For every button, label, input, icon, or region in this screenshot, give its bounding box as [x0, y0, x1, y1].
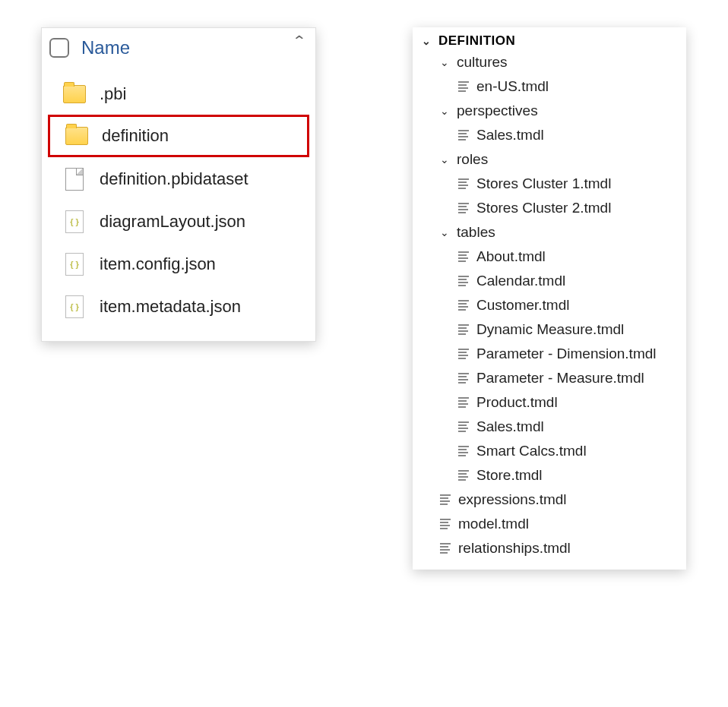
file-lines-icon [458, 446, 469, 456]
file-lines-icon [458, 130, 469, 140]
file-item-definition-pbidataset[interactable]: definition.pbidataset [48, 159, 309, 200]
tree-folder-perspectives[interactable]: ⌄perspectives [416, 99, 683, 123]
tree-item-label: Smart Calcs.tmdl [476, 443, 587, 459]
file-name-label: .pbi [100, 84, 126, 104]
file-lines-icon [458, 421, 469, 432]
tree-file-About.tmdl[interactable]: About.tmdl [416, 245, 683, 269]
file-name-label: definition.pbidataset [100, 169, 248, 189]
definition-tree-panel: ⌄ DEFINITION ⌄culturesen-US.tmdl⌄perspec… [413, 27, 686, 570]
json-file-icon: { } [65, 253, 84, 276]
tree-body: ⌄culturesen-US.tmdl⌄perspectivesSales.tm… [416, 50, 683, 560]
tree-file-Parameter - Dimension.tmdl[interactable]: Parameter - Dimension.tmdl [416, 342, 683, 366]
file-lines-icon [458, 324, 469, 335]
file-lines-icon [458, 276, 469, 286]
json-file-icon: { } [65, 210, 84, 233]
chevron-down-icon: ⌄ [440, 56, 452, 68]
tree-item-label: Calendar.tmdl [476, 273, 565, 289]
tree-item-label: Customer.tmdl [476, 297, 569, 314]
tree-item-label: Stores Cluster 2.tmdl [476, 200, 611, 216]
folder-icon [63, 85, 86, 103]
tree-item-label: roles [457, 151, 488, 168]
json-file-icon: { } [65, 295, 84, 318]
tree-file-Product.tmdl[interactable]: Product.tmdl [416, 390, 683, 415]
file-lines-icon [458, 397, 469, 408]
file-item-item-metadata-json[interactable]: { }item.metadata.json [48, 286, 309, 327]
chevron-down-icon: ⌄ [440, 153, 452, 166]
file-name-label: item.config.json [100, 254, 216, 274]
tree-item-label: About.tmdl [476, 248, 546, 265]
file-item-item-config-json[interactable]: { }item.config.json [48, 244, 309, 285]
file-list: .pbidefinitiondefinition.pbidataset{ }di… [42, 68, 315, 341]
tree-file-Parameter - Measure.tmdl[interactable]: Parameter - Measure.tmdl [416, 366, 683, 390]
tree-item-label: Parameter - Dimension.tmdl [476, 346, 657, 362]
file-name-label: item.metadata.json [100, 297, 241, 317]
tree-file-model.tmdl[interactable]: model.tmdl [416, 512, 683, 536]
file-lines-icon [440, 519, 451, 529]
folder-icon [65, 127, 88, 145]
file-lines-icon [458, 373, 469, 383]
tree-folder-tables[interactable]: ⌄tables [416, 220, 683, 245]
tree-file-Calendar.tmdl[interactable]: Calendar.tmdl [416, 269, 683, 293]
tree-item-label: Store.tmdl [476, 467, 543, 484]
chevron-down-icon: ⌄ [440, 226, 452, 238]
select-all-checkbox[interactable] [49, 38, 69, 58]
file-item-diagramLayout-json[interactable]: { }diagramLayout.json [48, 201, 309, 242]
tree-item-label: Dynamic Measure.tmdl [476, 321, 624, 338]
tree-item-label: perspectives [457, 103, 538, 119]
file-lines-icon [458, 178, 469, 189]
file-name-label: diagramLayout.json [100, 212, 245, 232]
file-lines-icon [458, 349, 469, 359]
tree-item-label: en-US.tmdl [476, 78, 549, 95]
file-item--pbi[interactable]: .pbi [48, 75, 309, 113]
file-lines-icon [458, 470, 469, 481]
tree-item-label: relationships.tmdl [458, 540, 571, 557]
tree-item-label: cultures [457, 54, 508, 71]
file-lines-icon [458, 251, 469, 262]
chevron-down-icon: ⌄ [440, 105, 452, 117]
tree-file-Stores Cluster 1.tmdl[interactable]: Stores Cluster 1.tmdl [416, 172, 683, 196]
tree-file-Stores Cluster 2.tmdl[interactable]: Stores Cluster 2.tmdl [416, 196, 683, 220]
tree-file-en-US.tmdl[interactable]: en-US.tmdl [416, 74, 683, 99]
file-lines-icon [458, 203, 469, 213]
tree-file-Sales.tmdl[interactable]: Sales.tmdl [416, 123, 683, 147]
file-item-definition[interactable]: definition [48, 115, 309, 157]
tree-item-label: Sales.tmdl [476, 127, 544, 144]
tree-item-label: tables [457, 224, 495, 241]
tree-item-label: model.tmdl [458, 516, 529, 532]
tree-item-label: Product.tmdl [476, 394, 558, 411]
tree-file-Sales.tmdl[interactable]: Sales.tmdl [416, 415, 683, 439]
chevron-up-icon[interactable]: ⌃ [292, 33, 307, 49]
tree-file-relationships.tmdl[interactable]: relationships.tmdl [416, 536, 683, 560]
tree-folder-cultures[interactable]: ⌄cultures [416, 50, 683, 74]
tree-item-label: Stores Cluster 1.tmdl [476, 175, 611, 192]
tree-file-Dynamic Measure.tmdl[interactable]: Dynamic Measure.tmdl [416, 317, 683, 342]
tree-item-label: Sales.tmdl [476, 418, 544, 435]
tree-file-Smart Calcs.tmdl[interactable]: Smart Calcs.tmdl [416, 439, 683, 463]
column-header-row: Name ⌃ [42, 28, 315, 68]
tree-item-label: expressions.tmdl [458, 491, 567, 508]
tree-file-expressions.tmdl[interactable]: expressions.tmdl [416, 488, 683, 512]
file-lines-icon [440, 494, 451, 505]
tree-root-label: DEFINITION [438, 33, 515, 49]
file-lines-icon [458, 300, 469, 311]
tree-file-Customer.tmdl[interactable]: Customer.tmdl [416, 293, 683, 317]
tree-folder-roles[interactable]: ⌄roles [416, 147, 683, 172]
file-lines-icon [458, 81, 469, 92]
column-name-label[interactable]: Name [81, 37, 130, 58]
file-lines-icon [440, 543, 451, 554]
file-name-label: definition [102, 126, 169, 146]
tree-item-label: Parameter - Measure.tmdl [476, 370, 644, 387]
file-explorer-panel: Name ⌃ .pbidefinitiondefinition.pbidatas… [41, 27, 316, 342]
tree-root[interactable]: ⌄ DEFINITION [416, 32, 683, 50]
chevron-down-icon: ⌄ [422, 35, 434, 47]
document-icon [65, 168, 84, 191]
tree-file-Store.tmdl[interactable]: Store.tmdl [416, 463, 683, 488]
